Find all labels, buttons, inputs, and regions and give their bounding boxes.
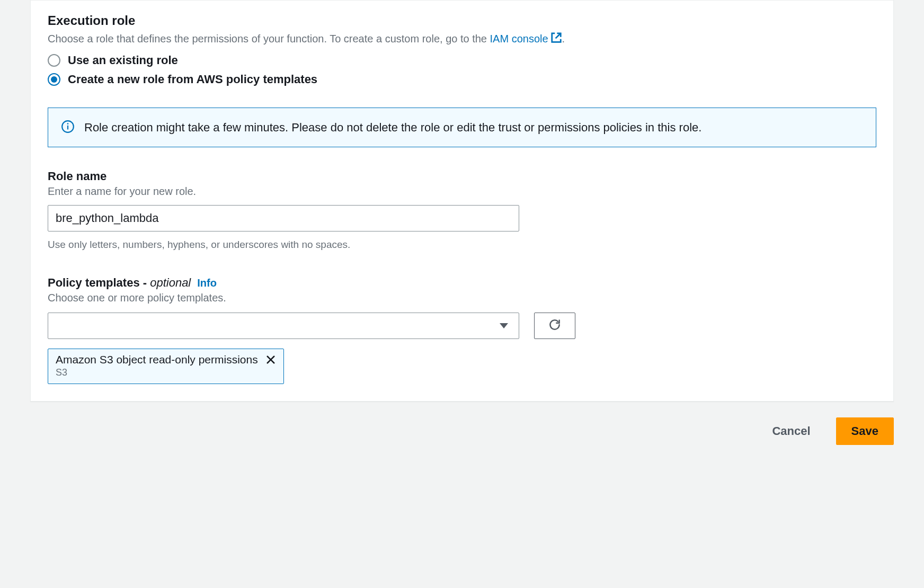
iam-console-link[interactable]: IAM console <box>490 33 562 44</box>
form-footer: Cancel Save <box>0 417 894 445</box>
cancel-button[interactable]: Cancel <box>757 417 825 445</box>
policy-token-label: Amazon S3 object read-only permissions <box>56 353 258 366</box>
policy-dropdown-row <box>48 313 876 339</box>
role-name-desc: Enter a name for your new role. <box>48 185 876 198</box>
role-name-input[interactable] <box>48 205 519 231</box>
role-radio-group: Use an existing role Create a new role f… <box>48 54 876 86</box>
policy-templates-desc: Choose one or more policy templates. <box>48 292 876 304</box>
execution-role-title: Execution role <box>48 13 876 28</box>
radio-icon <box>48 54 60 67</box>
radio-icon <box>48 73 60 86</box>
radio-use-existing-role[interactable]: Use an existing role <box>48 54 876 67</box>
info-icon <box>61 120 75 136</box>
policy-templates-dropdown[interactable] <box>48 313 519 339</box>
chevron-down-icon <box>500 323 508 328</box>
info-text: Role creation might take a few minutes. … <box>84 119 701 136</box>
role-name-hint: Use only letters, numbers, hyphens, or u… <box>48 239 876 251</box>
policy-templates-label-row: Policy templates - optional Info <box>48 276 876 290</box>
role-name-label: Role name <box>48 170 876 183</box>
radio-create-new-role[interactable]: Create a new role from AWS policy templa… <box>48 73 876 86</box>
refresh-button[interactable] <box>534 313 575 339</box>
policy-info-link[interactable]: Info <box>197 277 217 289</box>
policy-label: Policy templates - optional <box>48 276 191 290</box>
policy-token-sub: S3 <box>56 367 276 378</box>
refresh-icon <box>548 318 562 334</box>
execution-role-desc: Choose a role that defines the permissio… <box>48 31 876 47</box>
remove-policy-button[interactable] <box>265 354 276 365</box>
desc-prefix: Choose a role that defines the permissio… <box>48 33 490 44</box>
form-panel: Execution role Choose a role that define… <box>30 0 894 402</box>
svg-point-2 <box>67 123 69 124</box>
policy-token-s3-readonly: Amazon S3 object read-only permissions S… <box>48 349 284 384</box>
save-button[interactable]: Save <box>836 417 894 445</box>
external-link-icon <box>550 32 562 47</box>
radio-label: Use an existing role <box>68 54 178 67</box>
role-creation-info-box: Role creation might take a few minutes. … <box>48 108 876 147</box>
desc-suffix: . <box>562 33 565 44</box>
radio-label: Create a new role from AWS policy templa… <box>68 73 317 86</box>
